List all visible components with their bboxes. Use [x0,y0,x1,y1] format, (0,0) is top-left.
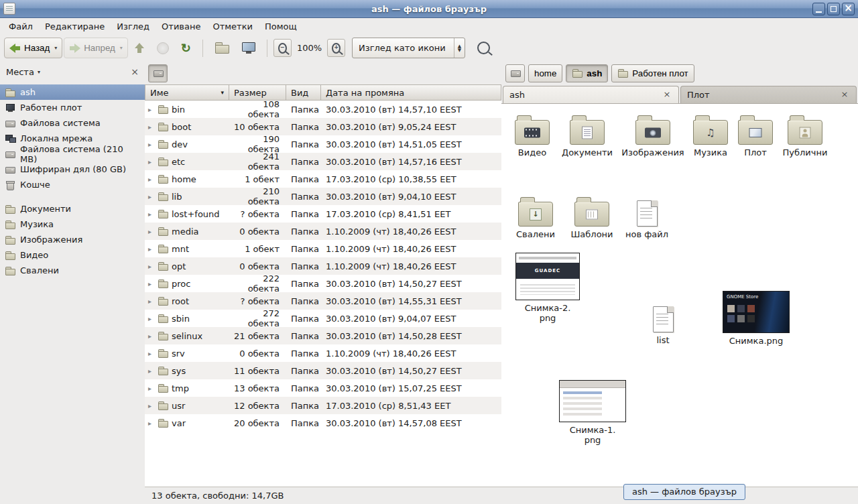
column-header-date[interactable]: Дата на промяна [321,84,501,101]
expander-icon[interactable]: ▸ [148,367,154,375]
tab-close-icon[interactable]: × [839,90,850,101]
expander-icon[interactable]: ▸ [148,315,154,322]
sidebar-item[interactable]: Файлова система (210 MB) [0,146,145,162]
chevron-down-icon[interactable]: ▾ [38,69,40,75]
expander-icon[interactable]: ▸ [148,385,154,392]
pathbar-root-button[interactable] [505,64,525,82]
table-row[interactable]: ▸selinux21 обектаПапка30.03.2010 (вт) 14… [145,327,501,344]
icon-item[interactable]: GUADECСнимка-2.png [514,253,581,324]
zoom-out-button[interactable]: − [273,39,292,57]
sidebar-item[interactable]: Видео [0,247,145,263]
icon-item[interactable]: Видео [505,113,559,158]
minimize-button[interactable] [812,3,825,15]
table-row[interactable]: ▸root? обектаПапка30.03.2010 (вт) 14,55,… [145,292,501,310]
expander-icon[interactable]: ▸ [148,176,154,183]
icon-item[interactable]: Документи [560,113,614,158]
sidebar-item[interactable]: Кошче [0,177,145,192]
icon-item[interactable]: Шаблони [565,195,619,240]
sidebar-item[interactable]: Музика [0,216,145,232]
expander-icon[interactable]: ▸ [148,350,154,357]
zoom-in-button[interactable]: + [327,39,345,57]
reload-button[interactable] [176,38,196,58]
pathbar-button[interactable]: Работен плот [611,64,694,82]
search-button[interactable] [472,38,495,58]
expander-icon[interactable]: ▸ [148,420,154,427]
column-header-type[interactable]: Вид [286,84,321,101]
table-row[interactable]: ▸var20 обектаПапка30.03.2010 (вт) 14,57,… [145,414,501,432]
table-row[interactable]: ▸lost+found? обектаПапка17.03.2010 (ср) … [145,205,501,223]
expander-icon[interactable]: ▸ [148,210,154,218]
menu-item[interactable]: Помощ [259,20,303,33]
table-row[interactable]: ▸boot10 обектаПапка30.03.2010 (вт) 9,05,… [145,118,501,135]
sidebar-item[interactable]: Работен плот [0,100,145,115]
expander-icon[interactable]: ▸ [148,263,154,270]
sidebar-item[interactable]: Документи [0,201,145,216]
table-row[interactable]: ▸sbin272 обектаПапка30.03.2010 (вт) 9,04… [145,310,501,327]
table-row[interactable]: ▸tmp13 обектаПапка30.03.2010 (вт) 15,07,… [145,379,501,397]
pathbar-button[interactable]: ash [566,64,608,82]
maximize-button[interactable] [827,3,840,15]
expander-icon[interactable]: ▸ [148,106,154,113]
menu-item[interactable]: Изглед [111,20,156,33]
table-row[interactable]: ▸sys11 обектаПапка30.03.2010 (вт) 14,50,… [145,362,501,379]
icon-canvas[interactable]: ВидеоДокументиИзображения♫МузикаПлотПубл… [501,103,858,487]
table-row[interactable]: ▸srv0 обектаПапка1.10.2009 (чт) 18,40,26… [145,344,501,362]
icon-item[interactable]: Плот [729,113,782,158]
table-row[interactable]: ▸usr12 обектаПапка17.03.2010 (ср) 8,51,4… [145,397,501,414]
forward-button[interactable]: Напред ▾ [64,38,128,58]
sidebar-item[interactable]: ash [0,84,145,100]
close-button[interactable] [842,3,855,15]
expander-icon[interactable]: ▸ [148,402,154,410]
taskbar-window-button[interactable]: ash — файлов браузър [623,484,745,500]
icon-item[interactable]: GNOME StoreСнимка.png [719,291,793,346]
menu-item[interactable]: Отметки [206,20,258,33]
tab[interactable]: ash× [503,86,679,103]
icon-item[interactable]: Изображения [625,113,681,158]
sidebar-item[interactable]: Свалени [0,263,145,278]
expander-icon[interactable]: ▸ [148,141,154,148]
table-row[interactable]: ▸opt0 обектаПапка1.10.2009 (чт) 18,40,26… [145,257,501,275]
menu-item[interactable]: Редактиране [39,20,111,33]
tab-close-icon[interactable]: × [662,90,672,101]
sidebar-title[interactable]: Места [6,67,34,77]
tab[interactable]: Плот× [680,86,857,103]
table-row[interactable]: ▸dev190 обектаПапка30.03.2010 (вт) 14,51… [145,135,501,153]
table-row[interactable]: ▸lib210 обектаПапка30.03.2010 (вт) 9,04,… [145,188,501,205]
expander-icon[interactable]: ▸ [148,298,154,305]
back-history-arrow-icon[interactable]: ▾ [54,45,57,51]
table-row[interactable]: ▸mnt1 обектПапка1.10.2009 (чт) 18,40,26 … [145,240,501,257]
icon-item[interactable]: ↓Свалени [509,195,562,240]
sidebar-item[interactable]: Изображения [0,232,145,247]
stop-button[interactable] [151,38,174,58]
expander-icon[interactable]: ▸ [148,158,154,166]
table-row[interactable]: ▸etc241 обектаПапка30.03.2010 (вт) 14,57… [145,153,501,170]
sidebar-item[interactable]: Файлова система [0,115,145,131]
expander-icon[interactable]: ▸ [148,280,154,288]
titlebar[interactable]: ash — файлов браузър [0,0,858,18]
up-button[interactable] [129,38,150,58]
expander-icon[interactable]: ▸ [148,193,154,200]
table-row[interactable]: ▸bin108 обектаПапка30.03.2010 (вт) 14,57… [145,101,501,118]
computer-button[interactable] [237,38,261,58]
back-button[interactable]: Назад ▾ [4,38,62,58]
expander-icon[interactable]: ▸ [148,228,154,235]
table-row[interactable]: ▸media0 обектаПапка1.10.2009 (чт) 18,40,… [145,223,501,240]
expander-icon[interactable]: ▸ [148,332,154,340]
icon-item[interactable]: Публични [778,113,832,158]
menu-item[interactable]: Файл [3,20,39,33]
home-button[interactable] [209,38,235,58]
column-header-name[interactable]: Име [145,84,229,101]
icon-item[interactable]: нов файл [620,195,674,240]
sidebar-item[interactable]: Шифриран дял (80 GB) [0,162,145,177]
root-location-button[interactable] [148,64,168,82]
pathbar-button[interactable]: home [528,64,562,82]
sidebar-close-icon[interactable]: × [131,67,139,76]
view-mode-select[interactable]: Изглед като икони [352,38,465,58]
view-mode-spinner-icon[interactable] [454,38,465,58]
column-header-size[interactable]: Размер [229,84,286,101]
expander-icon[interactable]: ▸ [148,245,154,253]
expander-icon[interactable]: ▸ [148,123,154,131]
table-row[interactable]: ▸proc222 обектаПапка30.03.2010 (вт) 14,5… [145,275,501,292]
icon-item[interactable]: list [636,301,690,346]
table-row[interactable]: ▸home1 обектПапка17.03.2010 (ср) 10,38,5… [145,170,501,188]
